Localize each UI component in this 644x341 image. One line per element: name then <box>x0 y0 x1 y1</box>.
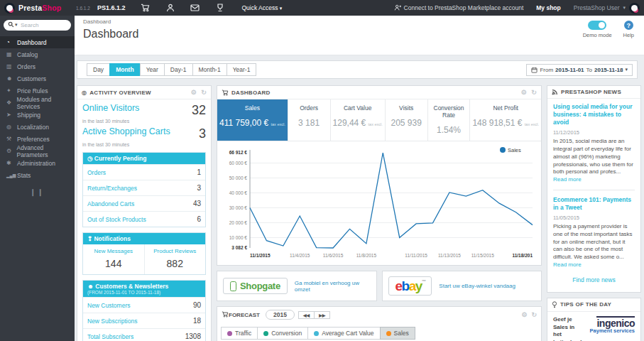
forecast-legend: Traffic Conversion Average Cart Value Sa… <box>222 327 541 340</box>
active-carts-link[interactable]: Active Shopping Carts <box>82 126 170 136</box>
ingenico-logo: ingenico Payment services <box>588 316 635 341</box>
dashboard-panel: DASHBOARD ⚙ ↻ Sales411 759,00 € tax excl… <box>217 85 542 266</box>
svg-text:11/18/201: 11/18/201 <box>512 253 533 258</box>
person-icon: ☻ <box>87 283 95 290</box>
find-more-news-link[interactable]: Find more news <box>553 276 635 283</box>
pending-row-out-of-stock: Out of Stock Products6 <box>83 211 205 227</box>
cart-icon <box>222 90 229 96</box>
news-article-title[interactable]: Ecommerce 101: Payments in a Tweet <box>553 196 635 212</box>
tab-month[interactable]: Month <box>109 63 141 76</box>
sidebar-item-catalog[interactable]: ▦Catalog <box>0 48 75 60</box>
sidebar-item-stats[interactable]: ▂▄▆Stats <box>0 169 75 181</box>
demo-mode-toggle[interactable]: Demo mode <box>583 21 612 38</box>
traffic-dot-icon <box>227 331 232 336</box>
metric-sales[interactable]: Sales411 759,00 € tax excl. <box>217 99 288 141</box>
collapse-menu-button[interactable]: ❙❙ <box>0 188 75 196</box>
ebay-logo: ebay™ <box>388 276 432 296</box>
tab-month-1[interactable]: Month-1 <box>192 63 227 76</box>
svg-text:60 000 €: 60 000 € <box>229 161 248 166</box>
breadcrumb[interactable]: Dashboard <box>83 18 635 25</box>
forecast-prev-button[interactable]: ◀◀ <box>298 311 315 319</box>
sidebar-item-dashboard[interactable]: ◔Dashboard <box>0 36 75 48</box>
metric-visits[interactable]: Visits205 939 <box>386 99 428 141</box>
prestashop-brand[interactable]: PrestaShop <box>4 3 75 13</box>
sidebar-item-orders[interactable]: ▥Orders <box>0 60 75 72</box>
svg-text:3 082 €: 3 082 € <box>231 245 247 250</box>
forecast-year[interactable]: 2015 <box>266 310 295 320</box>
legend-traffic[interactable]: Traffic <box>221 327 258 340</box>
help-button[interactable]: ? Help <box>623 21 634 38</box>
activity-icon: ◎ <box>82 90 87 96</box>
clock-icon: ◷ <box>87 155 94 162</box>
metric-conversion-rate[interactable]: Conversion Rate1.54% <box>428 99 471 141</box>
my-shop-link[interactable]: My shop <box>536 4 560 11</box>
ebay-banner: ebay™ Start uw eBay-winkel vandaag <box>382 271 542 301</box>
panel-settings-icon[interactable]: ⚙ <box>521 311 527 318</box>
administration-icon: ✱ <box>6 160 17 166</box>
date-range-picker[interactable]: From 2015-11-01 To 2015-11-18 ▾ <box>526 64 633 76</box>
help-icon[interactable]: ? <box>624 21 633 30</box>
marketplace-icon <box>394 4 401 11</box>
sidebar-item-administration[interactable]: ✱Administration <box>0 157 75 169</box>
tips-heading: Geef je Sales in het buitenland een Boos… <box>553 316 584 341</box>
sales-line-chart: 3 082 €10 000 €20 000 €30 000 €40 000 €5… <box>219 144 540 262</box>
user-avatar <box>629 3 640 13</box>
sidebar-item-advanced-parameters[interactable]: ⚙Advanced Parameters <box>0 145 75 157</box>
read-more-link[interactable]: Read more <box>553 261 582 268</box>
news-article-title[interactable]: Using social media for your business: 4 … <box>553 103 635 126</box>
svg-text:11/4/2015: 11/4/2015 <box>290 253 310 258</box>
customer-icon[interactable] <box>165 4 175 13</box>
legend-sales[interactable]: Sales <box>380 327 415 340</box>
panel-refresh-icon[interactable]: ↻ <box>531 89 537 96</box>
chevron-down-icon: ▾ <box>625 67 628 72</box>
sidebar-item-modules[interactable]: ❖Modules and Services <box>0 97 75 109</box>
messages-icon[interactable] <box>190 4 200 13</box>
calendar-icon <box>531 67 537 73</box>
cart-icon[interactable] <box>141 4 150 13</box>
shopgate-phone-icon <box>230 281 236 291</box>
online-visitors-link[interactable]: Online Visitors <box>82 103 139 113</box>
metric-net-profit[interactable]: Net Profit148 918,51 € tax excl. <box>470 99 541 141</box>
panel-refresh-icon[interactable]: ↻ <box>201 89 207 96</box>
news-article: Using social media for your business: 4 … <box>553 103 635 184</box>
svg-text:40 000 €: 40 000 € <box>229 190 248 195</box>
sidebar-item-shipping[interactable]: ➤Shipping <box>0 109 75 121</box>
metric-orders[interactable]: Orders3 181 <box>288 99 331 141</box>
sidebar-item-price-rules[interactable]: ✦Price Rules <box>0 85 75 97</box>
quick-access-menu[interactable]: Quick Access ▾ <box>241 4 282 11</box>
tab-year[interactable]: Year <box>140 63 165 76</box>
trophy-icon[interactable] <box>215 4 224 13</box>
forecast-next-button[interactable]: ▶▶ <box>314 311 330 319</box>
search-icon[interactable]: ▾ <box>8 21 18 28</box>
brand-version: 1.6.1.2 <box>76 6 90 11</box>
svg-text:Sales: Sales <box>508 147 521 153</box>
chevron-down-icon: ▾ <box>623 5 626 11</box>
online-visitors-value: 32 <box>192 103 206 118</box>
sidebar-item-localization[interactable]: ◍Localization <box>0 121 75 133</box>
panel-settings-icon[interactable]: ⚙ <box>521 89 527 96</box>
tab-day[interactable]: Day <box>87 63 110 76</box>
shopgate-logo: Shopgate <box>223 278 288 294</box>
legend-average-cart-value[interactable]: Average Cart Value <box>307 327 380 340</box>
lightbulb-icon <box>552 301 557 308</box>
price-rules-icon: ✦ <box>6 87 17 94</box>
sales-dot-icon <box>386 331 391 336</box>
legend-conversion[interactable]: Conversion <box>257 327 308 340</box>
panel-refresh-icon[interactable]: ↻ <box>531 311 537 318</box>
marketplace-link[interactable]: Connect to PrestaShop Marketplace accoun… <box>394 4 524 11</box>
shopgate-banner: Shopgate Ga mobiel en verhoog uw omzet <box>217 271 377 301</box>
svg-text:20 000 €: 20 000 € <box>229 220 248 225</box>
tab-year-1[interactable]: Year-1 <box>227 63 257 76</box>
sidebar-item-customers[interactable]: ☻Customers <box>0 72 75 85</box>
metric-cart-value[interactable]: Cart Value129,44 € tax excl. <box>331 99 386 141</box>
ebay-link[interactable]: Start uw eBay-winkel vandaag <box>439 283 515 289</box>
svg-text:66 912 €: 66 912 € <box>229 150 248 155</box>
toggle-on-icon[interactable] <box>588 21 606 30</box>
read-more-link[interactable]: Read more <box>553 176 582 183</box>
panel-settings-icon[interactable]: ⚙ <box>191 89 197 96</box>
user-menu[interactable]: PrestaShop User ▾ <box>574 3 640 13</box>
brand-name: PrestaShop <box>18 4 61 12</box>
sidebar-item-preferences[interactable]: ⚒Preferences <box>0 133 75 145</box>
tab-day-1[interactable]: Day-1 <box>164 63 193 76</box>
shopgate-link[interactable]: Ga mobiel en verhoog uw omzet <box>295 280 371 293</box>
